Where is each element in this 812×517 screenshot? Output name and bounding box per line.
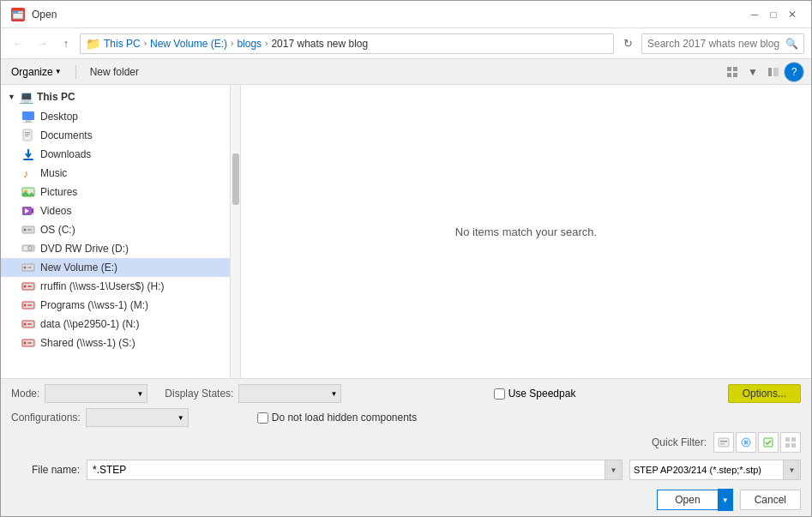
filename-input[interactable] bbox=[87, 464, 604, 476]
refresh-button[interactable]: ↻ bbox=[617, 33, 638, 54]
svg-rect-27 bbox=[23, 246, 27, 250]
content-area: No items match your search. bbox=[241, 85, 811, 378]
filename-dropdown-button[interactable]: ▼ bbox=[604, 460, 622, 479]
search-icon[interactable]: 🔍 bbox=[785, 38, 798, 50]
speedpak-group: Use Speedpak bbox=[494, 388, 576, 400]
breadcrumb-this-pc[interactable]: This PC bbox=[104, 38, 141, 50]
sidebar-item-os-c[interactable]: OS (C:) bbox=[1, 220, 230, 239]
view-toggle-button[interactable] bbox=[722, 62, 743, 82]
view-dropdown-button[interactable]: ▼ bbox=[743, 62, 763, 82]
svg-rect-41 bbox=[27, 323, 32, 325]
display-states-group: Display States: ▼ bbox=[165, 384, 341, 403]
sidebar-item-label: DVD RW Drive (D:) bbox=[40, 243, 129, 255]
nav-bar: ← → ↑ 📁 This PC › New Volume (E:) › blog… bbox=[1, 28, 811, 59]
back-button[interactable]: ← bbox=[8, 33, 28, 54]
svg-rect-1 bbox=[13, 11, 18, 13]
downloads-icon bbox=[21, 147, 35, 161]
display-states-label: Display States: bbox=[165, 388, 233, 400]
sidebar-item-label: Desktop bbox=[40, 111, 78, 123]
bottom-area: Mode: ▼ Display States: ▼ Use Speedpak O… bbox=[1, 378, 811, 516]
action-row: Open ▼ Cancel bbox=[1, 484, 811, 516]
sidebar-item-pictures[interactable]: Pictures bbox=[1, 183, 230, 201]
svg-rect-12 bbox=[23, 129, 32, 141]
pane-button[interactable] bbox=[763, 62, 784, 82]
title-controls: ─ □ ✕ bbox=[746, 6, 801, 23]
quick-filter-label: Quick Filter: bbox=[652, 436, 707, 448]
options-button[interactable]: Options... bbox=[728, 384, 801, 403]
qf-button-4[interactable] bbox=[780, 432, 801, 453]
display-states-chevron-icon: ▼ bbox=[330, 390, 337, 398]
qf-button-3[interactable] bbox=[758, 432, 779, 453]
new-folder-button[interactable]: New folder bbox=[87, 64, 142, 80]
breadcrumb-current: 2017 whats new blog bbox=[271, 38, 368, 50]
do-not-load-checkbox[interactable] bbox=[257, 412, 268, 424]
svg-rect-2 bbox=[12, 13, 24, 14]
search-box: 🔍 bbox=[641, 33, 804, 54]
view-icons: ▼ ? bbox=[722, 62, 804, 82]
breadcrumb: 📁 This PC › New Volume (E:) › blogs › 20… bbox=[80, 33, 614, 54]
do-not-load-label: Do not load hidden components bbox=[272, 412, 417, 424]
empty-message: No items match your search. bbox=[455, 225, 597, 238]
svg-marker-21 bbox=[32, 207, 33, 214]
dialog-icon bbox=[11, 8, 25, 21]
sidebar: ▼ 💻 This PC Desktop bbox=[1, 85, 241, 378]
filetype-dropdown-button[interactable]: ▼ bbox=[783, 460, 800, 479]
organize-dropdown[interactable]: Organize ▼ bbox=[8, 64, 65, 80]
desktop-icon bbox=[21, 110, 35, 123]
sidebar-item-documents[interactable]: Documents bbox=[1, 126, 230, 145]
up-button[interactable]: ↑ bbox=[56, 33, 76, 54]
videos-icon bbox=[21, 204, 35, 218]
display-states-dropdown[interactable]: ▼ bbox=[238, 384, 341, 403]
breadcrumb-blogs[interactable]: blogs bbox=[237, 38, 262, 50]
organize-chevron-icon: ▼ bbox=[55, 68, 62, 75]
help-button[interactable]: ? bbox=[784, 62, 804, 82]
cancel-button[interactable]: Cancel bbox=[740, 490, 801, 510]
search-input[interactable] bbox=[647, 38, 782, 50]
sidebar-item-programs-m[interactable]: Programs (\\wss-1) (M:) bbox=[1, 296, 230, 315]
filename-input-wrap: ▼ bbox=[87, 460, 623, 480]
mode-dropdown[interactable]: ▼ bbox=[45, 384, 147, 403]
quick-filter-row: Quick Filter: bbox=[1, 429, 811, 456]
sidebar-item-new-volume-e[interactable]: New Volume (E:) bbox=[1, 258, 230, 277]
close-button[interactable]: ✕ bbox=[784, 6, 801, 23]
svg-rect-15 bbox=[25, 135, 28, 136]
title-bar: Open ─ □ ✕ bbox=[1, 1, 811, 28]
file-name-label: File name: bbox=[11, 464, 80, 476]
sidebar-scroll-wrapper: ▼ 💻 This PC Desktop bbox=[1, 85, 240, 378]
use-speedpak-checkbox[interactable] bbox=[494, 388, 505, 400]
svg-rect-46 bbox=[720, 441, 727, 442]
sidebar-item-dvd-d[interactable]: DVD RW Drive (D:) bbox=[1, 239, 230, 258]
svg-rect-13 bbox=[25, 132, 30, 133]
svg-rect-11 bbox=[24, 122, 33, 123]
breadcrumb-new-volume[interactable]: New Volume (E:) bbox=[150, 38, 227, 50]
sidebar-scroll-thumb bbox=[232, 153, 239, 205]
filetype-input bbox=[630, 465, 783, 475]
qf-button-2[interactable] bbox=[736, 432, 756, 453]
configurations-row: Configurations: ▼ Do not load hidden com… bbox=[1, 408, 811, 429]
sidebar-item-downloads[interactable]: Downloads bbox=[1, 145, 230, 164]
configurations-dropdown[interactable]: ▼ bbox=[86, 408, 189, 427]
forward-button[interactable]: → bbox=[32, 33, 52, 54]
sidebar-item-music[interactable]: ♪ Music bbox=[1, 164, 230, 183]
minimize-button[interactable]: ─ bbox=[746, 6, 763, 23]
svg-point-29 bbox=[29, 248, 31, 249]
open-dropdown-button[interactable]: ▼ bbox=[718, 489, 733, 511]
sidebar-item-rruffin-h[interactable]: rruffin (\\wss-1\Users$) (H:) bbox=[1, 277, 230, 296]
sidebar-item-desktop[interactable]: Desktop bbox=[1, 107, 230, 126]
sidebar-this-pc-header[interactable]: ▼ 💻 This PC bbox=[1, 85, 230, 107]
sidebar-item-shared-s[interactable]: Shared (\\wss-1) (S:) bbox=[1, 334, 230, 352]
sidebar-item-label: Pictures bbox=[40, 186, 77, 198]
svg-rect-32 bbox=[27, 267, 32, 268]
sidebar-scrollbar[interactable] bbox=[230, 85, 240, 378]
svg-rect-14 bbox=[25, 134, 30, 135]
open-button[interactable]: Open bbox=[657, 490, 717, 510]
title-bar-left: Open bbox=[11, 8, 57, 21]
sidebar-item-videos[interactable]: Videos bbox=[1, 201, 230, 220]
svg-rect-45 bbox=[719, 438, 729, 447]
maximize-button[interactable]: □ bbox=[765, 6, 782, 23]
svg-point-24 bbox=[24, 229, 27, 231]
qf-button-1[interactable] bbox=[713, 432, 734, 453]
sidebar-item-data-n[interactable]: data (\\pe2950-1) (N:) bbox=[1, 315, 230, 334]
configurations-chevron-icon: ▼ bbox=[177, 414, 184, 422]
sidebar-item-label: Videos bbox=[40, 205, 71, 217]
